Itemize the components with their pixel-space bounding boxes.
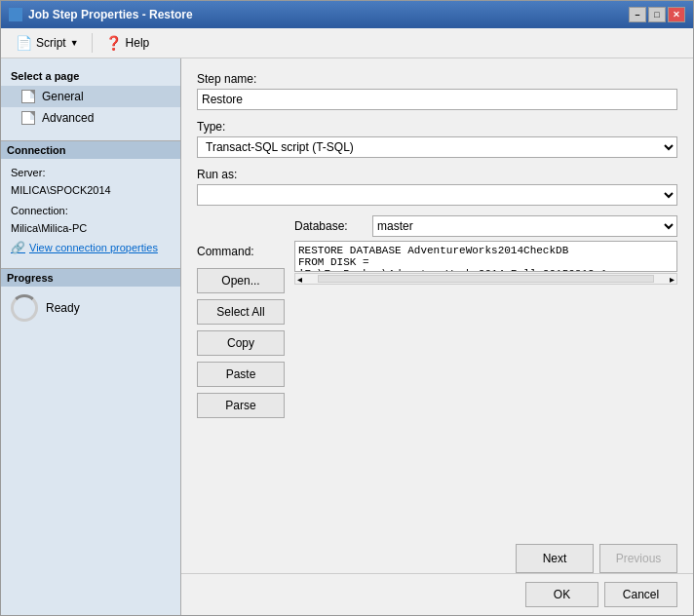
script-icon: 📄 <box>16 35 32 51</box>
bottom-buttons: OK Cancel <box>181 573 693 615</box>
progress-status: Ready <box>46 301 80 315</box>
database-select[interactable]: master msdb tempdb model <box>372 215 677 237</box>
connection-title: Connection <box>1 141 180 159</box>
db-command-area: Command: Open... Select All Copy Paste P… <box>197 215 677 418</box>
server-value: MILICA\SPOCK2014 <box>11 182 171 200</box>
connection-link-icon: 🔗 <box>11 241 25 254</box>
general-page-icon <box>20 89 36 104</box>
command-buttons: Command: Open... Select All Copy Paste P… <box>197 215 285 418</box>
type-label: Type: <box>197 120 677 134</box>
cancel-button[interactable]: Cancel <box>604 582 677 607</box>
select-all-button[interactable]: Select All <box>197 299 285 325</box>
window-title: Job Step Properties - Restore <box>28 8 193 21</box>
nav-buttons: Next Previous <box>181 540 693 573</box>
sidebar: Select a page General Advanced Connectio… <box>1 58 181 615</box>
title-controls: – □ ✕ <box>629 7 685 22</box>
ok-button[interactable]: OK <box>525 582 598 607</box>
main-area: Select a page General Advanced Connectio… <box>1 58 693 615</box>
sidebar-general-label: General <box>42 90 84 103</box>
progress-title: Progress <box>1 269 180 287</box>
right-column: Database: master msdb tempdb model RESTO… <box>294 215 677 418</box>
title-bar: Job Step Properties - Restore – □ ✕ <box>1 1 693 28</box>
connection-section: Connection Server: MILICA\SPOCK2014 Conn… <box>1 140 180 260</box>
scroll-left-arrow[interactable]: ◂ <box>295 274 304 285</box>
run-as-select[interactable] <box>197 184 677 206</box>
content-area: Step name: Type: Transact-SQL script (T-… <box>181 58 693 540</box>
database-row: Database: master msdb tempdb model <box>294 215 677 237</box>
run-as-label: Run as: <box>197 168 677 181</box>
database-label: Database: <box>294 219 363 233</box>
toolbar-separator <box>92 33 93 53</box>
help-icon: ❓ <box>105 35 122 51</box>
command-textarea[interactable]: RESTORE DATABASE AdventureWorks2014Check… <box>294 241 677 272</box>
command-label: Command: <box>197 245 254 258</box>
type-row: Type: Transact-SQL script (T-SQL) Active… <box>197 120 677 158</box>
view-connection-link[interactable]: 🔗 View connection properties <box>11 241 171 254</box>
script-dropdown-icon: ▼ <box>70 38 79 48</box>
step-name-input[interactable] <box>197 89 677 110</box>
script-button[interactable]: 📄 Script ▼ <box>9 32 86 54</box>
horizontal-scrollbar[interactable]: ◂ ▸ <box>294 273 677 285</box>
type-select[interactable]: Transact-SQL script (T-SQL) ActiveX Scri… <box>197 136 677 158</box>
progress-content: Ready <box>11 294 171 322</box>
main-window: Job Step Properties - Restore – □ ✕ 📄 Sc… <box>0 0 694 616</box>
toolbar: 📄 Script ▼ ❓ Help <box>1 28 693 58</box>
help-label: Help <box>126 36 150 50</box>
scroll-track[interactable] <box>318 275 654 283</box>
progress-spinner <box>11 294 38 322</box>
step-name-row: Step name: <box>197 72 677 110</box>
run-as-row: Run as: <box>197 168 677 206</box>
window-icon <box>9 8 22 21</box>
step-name-label: Step name: <box>197 72 677 86</box>
maximize-button[interactable]: □ <box>648 7 666 22</box>
connection-link-text: View connection properties <box>29 242 158 253</box>
previous-button[interactable]: Previous <box>599 544 677 573</box>
minimize-button[interactable]: – <box>629 7 646 22</box>
next-button[interactable]: Next <box>516 544 594 573</box>
open-button[interactable]: Open... <box>197 268 285 293</box>
copy-button[interactable]: Copy <box>197 330 285 356</box>
command-wrapper: RESTORE DATABASE AdventureWorks2014Check… <box>294 241 677 285</box>
close-button[interactable]: ✕ <box>668 7 685 22</box>
connection-info: Server: MILICA\SPOCK2014 Connection: Mil… <box>11 165 171 237</box>
scroll-right-arrow[interactable]: ▸ <box>668 274 676 285</box>
sidebar-advanced-label: Advanced <box>42 111 94 125</box>
script-label: Script <box>36 36 66 50</box>
select-page-title: Select a page <box>1 66 180 86</box>
advanced-page-icon <box>20 110 36 126</box>
server-label: Server: <box>11 165 171 182</box>
paste-button[interactable]: Paste <box>197 362 285 387</box>
parse-button[interactable]: Parse <box>197 393 285 418</box>
connection-label: Connection: <box>11 203 171 220</box>
help-button[interactable]: ❓ Help <box>98 32 157 54</box>
progress-section: Progress Ready <box>1 268 180 327</box>
sidebar-item-general[interactable]: General <box>1 86 180 107</box>
sidebar-item-advanced[interactable]: Advanced <box>1 107 180 129</box>
connection-value: Milica\Milica-PC <box>11 220 171 238</box>
